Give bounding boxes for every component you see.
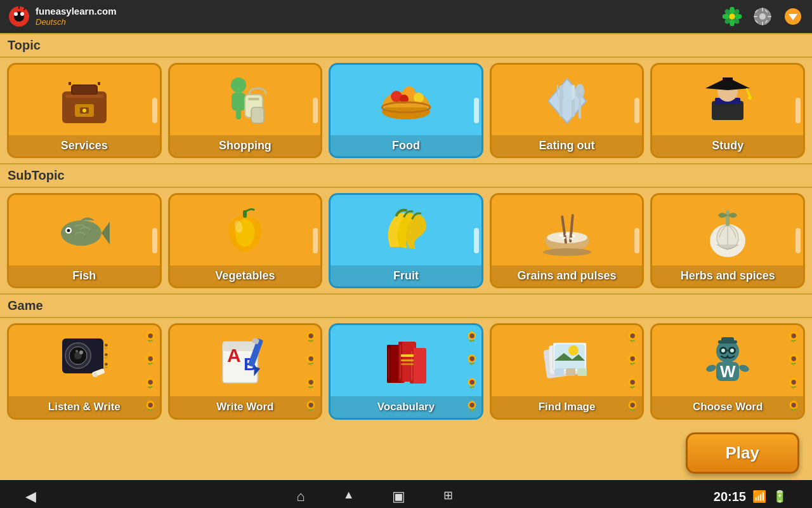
svg-rect-21	[762, 22, 763, 25]
settings-icon[interactable]	[751, 5, 774, 28]
svg-rect-122	[566, 368, 575, 376]
card-find-image[interactable]: Find Image 🌻 🌻 🌻 🌻	[490, 323, 645, 420]
card-write-word[interactable]: A B Write Word 🌻 🌻 🌻 🌻	[168, 323, 323, 420]
status-bar: 20:15 📶 🔋	[714, 490, 787, 504]
sunflower-deco-4: 🌻 🌻 🌻 🌻	[623, 325, 642, 418]
game-header: Game	[0, 293, 812, 318]
svg-rect-37	[98, 82, 100, 85]
card-eating-out[interactable]: Eating out	[490, 63, 645, 158]
svg-point-118	[568, 345, 579, 356]
listen-write-label: Listen & Write	[9, 396, 160, 418]
subtopic-grid: Fish Vegetables	[0, 188, 812, 293]
flower-icon[interactable]	[721, 5, 743, 28]
svg-point-136	[705, 364, 717, 373]
svg-point-119	[553, 343, 556, 345]
shopping-scroll	[313, 98, 318, 123]
time-display: 20:15	[714, 490, 746, 504]
qr-button[interactable]: ⊞	[443, 488, 453, 505]
play-area: Play	[0, 426, 812, 480]
svg-rect-111	[401, 354, 414, 357]
svg-text:🌻: 🌻	[102, 351, 110, 359]
home-button[interactable]: ⌂	[296, 488, 304, 505]
android-nav-bar: ◀ ⌂ ▲ ▣ ⊞ 20:15 📶 🔋	[0, 480, 812, 508]
card-services[interactable]: Services	[7, 63, 162, 158]
svg-rect-126	[721, 337, 734, 342]
svg-rect-63	[723, 77, 733, 81]
app-name: funeasylearn.com	[36, 6, 117, 17]
card-food[interactable]: Food	[329, 63, 483, 158]
wifi-icon: 📶	[752, 490, 766, 504]
svg-rect-123	[577, 368, 587, 376]
top-bar: funeasylearn.com Deutsch	[0, 0, 812, 33]
svg-rect-22	[754, 16, 757, 17]
svg-rect-31	[72, 85, 97, 95]
up-arrow-button[interactable]: ▲	[343, 488, 355, 505]
svg-point-131	[730, 349, 734, 352]
card-shopping[interactable]: Shopping	[168, 63, 323, 158]
vegetables-label: Vegetables	[170, 265, 321, 286]
svg-rect-104	[388, 348, 390, 380]
svg-rect-57	[579, 97, 581, 119]
study-label: Study	[652, 135, 803, 156]
food-icon	[331, 65, 481, 137]
card-vocabulary[interactable]: Vocabulary 🌻 🌻 🌻 🌻	[329, 323, 483, 420]
svg-rect-20	[762, 8, 763, 11]
eating-out-icon	[492, 65, 643, 137]
svg-text:A: A	[227, 345, 241, 366]
eating-out-label: Eating out	[492, 135, 643, 156]
svg-rect-113	[401, 363, 414, 365]
food-scroll	[474, 98, 479, 123]
card-grains[interactable]: Grains and pulses	[490, 193, 645, 288]
card-herbs[interactable]: Herbs and spices	[650, 193, 805, 288]
back-button[interactable]: ◀	[25, 488, 36, 505]
sunflower-deco-5: 🌻 🌻 🌻 🌻	[784, 325, 803, 418]
recents-button[interactable]: ▣	[392, 488, 405, 505]
svg-point-47	[414, 93, 424, 103]
services-label: Services	[9, 135, 160, 156]
card-choose-word[interactable]: W Choose Word 🌻 🌻 🌻 🌻	[650, 323, 805, 420]
card-listen-write[interactable]: 🌻 🌻 🌻 Listen & Write 🌻 🌻 🌻 🌻	[7, 323, 162, 420]
shopping-icon	[170, 65, 321, 137]
listen-write-icon: 🌻 🌻 🌻	[9, 325, 160, 396]
svg-marker-67	[102, 222, 110, 244]
topic-grid: Services Shopping	[0, 58, 812, 163]
svg-point-7	[21, 18, 23, 20]
svg-text:🌻: 🌻	[102, 361, 110, 369]
sunflower-deco-1: 🌻 🌻 🌻 🌻	[141, 325, 160, 418]
card-vegetables[interactable]: Vegetables	[168, 193, 323, 288]
svg-point-120	[584, 343, 586, 345]
svg-rect-42	[248, 98, 259, 100]
topic-header: Topic	[0, 33, 812, 58]
nav-center: ⌂ ▲ ▣ ⊞	[296, 488, 453, 505]
vegetables-scroll	[313, 228, 318, 253]
fruit-icon	[331, 195, 481, 267]
play-button[interactable]: Play	[686, 432, 800, 474]
svg-rect-43	[251, 107, 264, 123]
card-fish[interactable]: Fish	[7, 193, 162, 288]
herbs-scroll	[796, 228, 801, 253]
svg-point-81	[543, 248, 591, 256]
svg-rect-129	[727, 350, 728, 351]
top-bar-icons	[721, 5, 804, 28]
shopping-label: Shopping	[170, 135, 321, 156]
grains-icon	[492, 195, 643, 267]
game-grid: 🌻 🌻 🌻 Listen & Write 🌻 🌻 🌻 🌻 A B	[0, 318, 812, 426]
svg-rect-52	[557, 85, 558, 97]
study-icon	[652, 65, 803, 137]
dropdown-icon[interactable]	[782, 5, 804, 28]
eating-out-scroll	[634, 98, 639, 123]
choose-word-icon: W	[652, 325, 803, 396]
fish-scroll	[152, 228, 157, 253]
svg-point-8	[18, 19, 20, 22]
fruit-scroll	[474, 228, 479, 253]
app-logo: funeasylearn.com Deutsch	[8, 5, 117, 28]
grains-scroll	[634, 228, 639, 253]
sunflower-deco-3: 🌻 🌻 🌻 🌻	[462, 325, 481, 418]
svg-point-88	[79, 351, 83, 354]
vocabulary-icon	[331, 325, 481, 396]
svg-rect-112	[401, 359, 414, 361]
card-study[interactable]: Study	[650, 63, 805, 158]
card-fruit[interactable]: Fruit	[329, 193, 483, 288]
svg-point-38	[231, 77, 246, 93]
write-word-icon: A B	[170, 325, 321, 396]
